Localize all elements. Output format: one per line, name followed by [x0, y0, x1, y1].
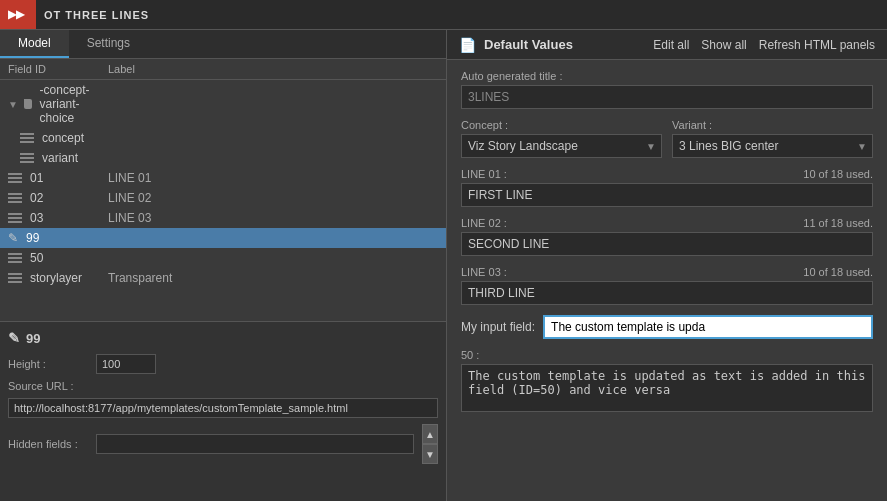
concept-select[interactable]: Viz Story Landscape	[461, 134, 662, 158]
tree-row-id: concept	[20, 131, 120, 145]
tabs-row: Model Settings	[0, 30, 446, 59]
tree-row-03[interactable]: 03 LINE 03	[0, 208, 446, 228]
show-all-link[interactable]: Show all	[701, 38, 746, 52]
tree-area: Field ID Label ▼ -concept-variant-choice	[0, 59, 446, 321]
custom-input-row: My input field:	[461, 315, 873, 339]
spinner-controls: ▲ ▼	[422, 424, 438, 464]
right-header: 📄 Default Values Edit all Show all Refre…	[447, 30, 887, 60]
panel-icon: 📄	[459, 37, 476, 53]
tree-row-99[interactable]: ✎ 99	[0, 228, 446, 248]
tree-row-01[interactable]: 01 LINE 01	[0, 168, 446, 188]
right-panel: 📄 Default Values Edit all Show all Refre…	[447, 30, 887, 501]
concept-header: Concept :	[461, 119, 662, 131]
source-url-row: Source URL :	[8, 380, 438, 392]
line03-header: LINE 03 : 10 of 18 used.	[461, 266, 873, 278]
lines-icon	[20, 153, 34, 163]
line03-label: LINE 03 :	[461, 266, 507, 278]
hidden-fields-row: Hidden fields : ▲ ▼	[8, 424, 438, 464]
field50-block: 50 :	[461, 349, 873, 415]
field50-header: 50 :	[461, 349, 873, 361]
variant-block: Variant : 3 Lines BIG center ▼	[672, 119, 873, 158]
props-panel: ✎ 99 Height : Source URL : Hidden fields…	[0, 321, 446, 501]
variant-label: Variant :	[672, 119, 712, 131]
tab-model[interactable]: Model	[0, 30, 69, 58]
panel-title: Default Values	[484, 37, 645, 52]
variant-header: Variant :	[672, 119, 873, 131]
tree-header: Field ID Label	[0, 59, 446, 80]
source-url-input-row	[8, 398, 438, 418]
lines-icon	[8, 253, 22, 263]
variant-select[interactable]: 3 Lines BIG center	[672, 134, 873, 158]
line03-input[interactable]	[461, 281, 873, 305]
custom-input-field[interactable]	[543, 315, 873, 339]
line01-header: LINE 01 : 10 of 18 used.	[461, 168, 873, 180]
edit-all-link[interactable]: Edit all	[653, 38, 689, 52]
expand-icon: ▼	[8, 99, 18, 110]
lines-icon	[8, 273, 22, 283]
line01-input[interactable]	[461, 183, 873, 207]
right-content: Auto generated title : Concept : Viz Sto…	[447, 60, 887, 501]
tree-row-concept-variant-choice[interactable]: ▼ -concept-variant-choice	[0, 80, 446, 128]
logo-icon: ▶▶	[8, 8, 24, 21]
line02-input[interactable]	[461, 232, 873, 256]
hidden-fields-label: Hidden fields :	[8, 438, 88, 450]
line03-usage: 10 of 18 used.	[803, 266, 873, 278]
lines-icon	[8, 193, 22, 203]
line02-header: LINE 02 : 11 of 18 used.	[461, 217, 873, 229]
line01-usage: 10 of 18 used.	[803, 168, 873, 180]
line01-label: LINE 01 :	[461, 168, 507, 180]
field50-label: 50 :	[461, 349, 479, 361]
hidden-fields-input[interactable]	[96, 434, 414, 454]
tree-row-id: storylayer	[8, 271, 108, 285]
lines-icon	[8, 213, 22, 223]
auto-title-input[interactable]	[461, 85, 873, 109]
concept-variant-row: Concept : Viz Story Landscape ▼ Variant …	[461, 119, 873, 158]
top-bar: ▶▶ OT THREE LINES	[0, 0, 887, 30]
height-row: Height :	[8, 354, 438, 374]
auto-title-block: Auto generated title :	[461, 70, 873, 109]
variant-select-wrapper: 3 Lines BIG center ▼	[672, 134, 873, 158]
concept-block: Concept : Viz Story Landscape ▼	[461, 119, 662, 158]
tab-settings[interactable]: Settings	[69, 30, 148, 58]
tree-row-storylayer[interactable]: storylayer Transparent	[0, 268, 446, 288]
tree-row-id: ✎ 99	[8, 231, 108, 245]
line02-usage: 11 of 18 used.	[803, 217, 873, 229]
left-panel: Model Settings Field ID Label ▼ -concept…	[0, 30, 447, 501]
concept-select-wrapper: Viz Story Landscape ▼	[461, 134, 662, 158]
line01-block: LINE 01 : 10 of 18 used.	[461, 168, 873, 207]
props-edit-icon: ✎	[8, 330, 20, 346]
tree-row-id: 01	[8, 171, 108, 185]
tree-row-id: 50	[8, 251, 108, 265]
tree-row-variant[interactable]: variant	[0, 148, 446, 168]
spinner-down-button[interactable]: ▼	[422, 444, 438, 464]
auto-title-label: Auto generated title :	[461, 70, 563, 82]
tree-row-02[interactable]: 02 LINE 02	[0, 188, 446, 208]
tree-row-concept[interactable]: concept	[0, 128, 446, 148]
tree-row-id: 02	[8, 191, 108, 205]
source-url-input[interactable]	[8, 398, 438, 418]
refresh-link[interactable]: Refresh HTML panels	[759, 38, 875, 52]
props-title: ✎ 99	[8, 330, 438, 346]
auto-title-header: Auto generated title :	[461, 70, 873, 82]
line03-block: LINE 03 : 10 of 18 used.	[461, 266, 873, 305]
height-input[interactable]	[96, 354, 156, 374]
col-label-header: Label	[108, 63, 438, 75]
tree-row-id: variant	[20, 151, 120, 165]
source-url-label: Source URL :	[8, 380, 88, 392]
col-id-header: Field ID	[8, 63, 108, 75]
concept-label: Concept :	[461, 119, 508, 131]
tree-row-50[interactable]: 50	[0, 248, 446, 268]
spinner-up-button[interactable]: ▲	[422, 424, 438, 444]
folder-icon	[24, 99, 32, 109]
field50-textarea[interactable]	[461, 364, 873, 412]
tree-row-id: 03	[8, 211, 108, 225]
height-label: Height :	[8, 358, 88, 370]
edit-icon: ✎	[8, 231, 18, 245]
header-actions: Edit all Show all Refresh HTML panels	[653, 38, 875, 52]
app-title: OT THREE LINES	[44, 9, 149, 21]
logo-area: ▶▶	[0, 0, 36, 29]
line02-block: LINE 02 : 11 of 18 used.	[461, 217, 873, 256]
line02-label: LINE 02 :	[461, 217, 507, 229]
custom-input-prefix-label: My input field:	[461, 320, 535, 334]
lines-icon	[8, 173, 22, 183]
